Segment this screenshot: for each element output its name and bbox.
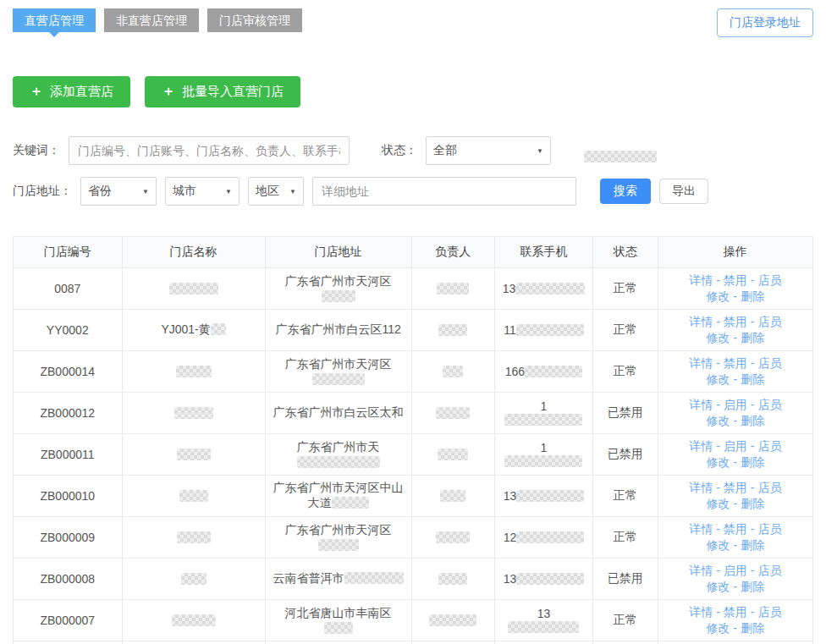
action-edit-link[interactable]: 修改 <box>706 372 730 386</box>
plus-icon: ＋ <box>30 83 43 101</box>
cell-store-code: ZB000007 <box>14 600 123 641</box>
action-line: 详情-禁用-店员 <box>665 272 806 289</box>
action-detail-link[interactable]: 详情 <box>689 315 713 328</box>
filter-panel: 关键词： 状态： 全部 ▼ 门店地址： 省份 ▼ 城市 ▼ 地区 ▼ 搜索 <box>13 136 813 206</box>
status-select[interactable]: 全部 ▼ <box>426 136 551 165</box>
tab-direct-store-management[interactable]: 直营店管理 <box>13 8 96 32</box>
action-delete-link[interactable]: 删除 <box>741 538 764 552</box>
action-disable-link[interactable]: 禁用 <box>724 481 747 494</box>
cell-actions: 详情-禁用-店员修改-删除 <box>658 268 812 310</box>
cell-actions: 详情-禁用-店员修改-删除 <box>658 600 812 641</box>
action-detail-link[interactable]: 详情 <box>689 356 713 370</box>
cell-text: 13 <box>504 572 517 586</box>
action-edit-link[interactable]: 修改 <box>706 455 730 469</box>
action-detail-link[interactable]: 详情 <box>689 481 713 494</box>
action-edit-link[interactable]: 修改 <box>706 414 730 427</box>
action-edit-link[interactable]: 修改 <box>706 621 730 635</box>
action-detail-link[interactable]: 详情 <box>689 522 713 536</box>
action-detail-link[interactable]: 详情 <box>689 605 713 619</box>
export-button[interactable]: 导出 <box>659 179 708 204</box>
action-delete-link[interactable]: 删除 <box>741 621 764 635</box>
action-detail-link[interactable]: 详情 <box>689 398 713 411</box>
action-disable-link[interactable]: 禁用 <box>724 356 747 370</box>
add-direct-store-button[interactable]: ＋ 添加直营店 <box>13 76 130 107</box>
store-address-label: 门店地址： <box>13 184 72 199</box>
keyword-input[interactable] <box>69 136 350 165</box>
cell-manager <box>411 434 494 476</box>
redacted-data <box>322 290 355 302</box>
action-delete-link[interactable]: 删除 <box>741 455 764 469</box>
detail-address-input[interactable] <box>312 177 576 206</box>
cell-phone: 13 <box>494 559 592 600</box>
search-button[interactable]: 搜索 <box>600 179 651 204</box>
redacted-data <box>438 573 467 585</box>
action-edit-link[interactable]: 修改 <box>706 538 730 552</box>
action-disable-link[interactable]: 禁用 <box>724 273 747 287</box>
action-edit-link[interactable]: 修改 <box>706 497 730 510</box>
action-delete-link[interactable]: 删除 <box>741 497 764 510</box>
cell-actions: 详情-禁用-店员修改-删除 <box>658 517 812 559</box>
cell-text: 广东省广州市天河区 <box>285 357 392 371</box>
action-staff-link[interactable]: 店员 <box>757 398 781 411</box>
cell-store-address: 广东省广州市天河区 <box>265 351 411 393</box>
redacted-data <box>525 366 582 377</box>
action-staff-link[interactable]: 店员 <box>757 439 781 453</box>
cell-phone: 13 <box>494 476 592 517</box>
cell-store-address: 云南省普洱市 <box>265 559 411 600</box>
action-delete-link[interactable]: 删除 <box>741 331 764 344</box>
store-table-header: 门店编号门店名称门店地址负责人联系手机状态操作 <box>14 237 813 268</box>
action-disable-link[interactable]: 禁用 <box>724 522 747 536</box>
action-separator: - <box>733 497 737 510</box>
action-separator: - <box>716 522 720 536</box>
action-delete-link[interactable]: 删除 <box>741 372 764 386</box>
cell-store-name: YJ001-黄 <box>122 310 265 351</box>
batch-import-button[interactable]: ＋ 批量导入直营门店 <box>145 76 300 107</box>
action-detail-link[interactable]: 详情 <box>689 564 713 577</box>
cell-text: 广东省广州市天河区 <box>285 274 392 288</box>
action-delete-link[interactable]: 删除 <box>741 580 764 593</box>
action-enable-link[interactable]: 启用 <box>724 439 747 453</box>
city-select[interactable]: 城市 ▼ <box>165 177 240 206</box>
store-table: 门店编号门店名称门店地址负责人联系手机状态操作 0087广东省广州市天河区13正… <box>13 236 813 644</box>
cell-status: 正常 <box>593 351 658 393</box>
action-detail-link[interactable]: 详情 <box>689 273 713 287</box>
action-staff-link[interactable]: 店员 <box>757 315 781 328</box>
cell-store-address: 广东省广州市天 <box>265 434 411 476</box>
action-staff-link[interactable]: 店员 <box>757 564 781 577</box>
redacted-data <box>318 539 359 551</box>
tab-non-direct-store-management[interactable]: 非直营店管理 <box>104 8 199 32</box>
action-separator: - <box>716 605 720 619</box>
table-row: ZB000011广东省广州市天1已禁用详情-启用-店员修改-删除 <box>14 434 813 476</box>
cell-store-address: 广东省广州市天河区中山大道 <box>265 476 411 517</box>
action-edit-link[interactable]: 修改 <box>706 580 730 593</box>
cell-status: 已禁用 <box>593 434 658 476</box>
district-select[interactable]: 地区 ▼ <box>248 177 304 206</box>
action-disable-link[interactable]: 禁用 <box>724 315 747 328</box>
action-staff-link[interactable]: 店员 <box>757 273 781 287</box>
action-disable-link[interactable]: 禁用 <box>724 605 747 619</box>
action-detail-link[interactable]: 详情 <box>689 439 713 453</box>
action-staff-link[interactable]: 店员 <box>757 481 781 494</box>
action-enable-link[interactable]: 启用 <box>724 564 747 577</box>
action-edit-link[interactable]: 修改 <box>706 331 730 344</box>
action-staff-link[interactable]: 店员 <box>757 356 781 370</box>
table-row: ZB000014广东省广州市天河区166正常详情-禁用-店员修改-删除 <box>14 351 813 393</box>
action-enable-link[interactable]: 启用 <box>724 398 747 411</box>
cell-store-name <box>122 351 265 393</box>
province-select[interactable]: 省份 ▼ <box>80 177 157 206</box>
table-row: ZB000008云南省普洱市13已禁用详情-启用-店员修改-删除 <box>14 559 813 600</box>
action-staff-link[interactable]: 店员 <box>757 522 781 536</box>
action-delete-link[interactable]: 删除 <box>741 289 764 303</box>
tab-store-audit-management[interactable]: 门店审核管理 <box>207 8 302 32</box>
cell-store-code: ZB000009 <box>14 517 123 559</box>
store-login-address-button[interactable]: 门店登录地址 <box>717 8 813 37</box>
action-edit-link[interactable]: 修改 <box>706 289 730 303</box>
action-delete-link[interactable]: 删除 <box>741 414 764 427</box>
action-separator: - <box>751 564 755 577</box>
action-staff-link[interactable]: 店员 <box>757 605 781 619</box>
cell-status: 正常 <box>593 641 658 644</box>
redacted-data <box>515 283 585 294</box>
table-row: YY0002YJ001-黄广东省广州市白云区11211正常详情-禁用-店员修改-… <box>14 310 813 351</box>
cell-manager <box>411 393 494 434</box>
action-line: 修改-删除 <box>665 413 806 429</box>
